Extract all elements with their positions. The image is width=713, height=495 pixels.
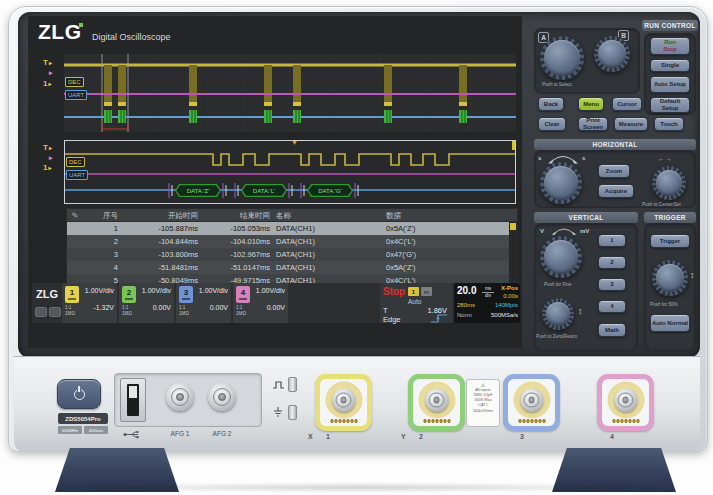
probe-ratio: 1:1	[65, 305, 71, 310]
zoom-position-marker[interactable]: ▼	[291, 139, 298, 146]
menu-button[interactable]: Menu	[578, 97, 604, 111]
cursor-button[interactable]: Cursor	[612, 97, 642, 111]
probe-sense-contacts	[423, 419, 450, 423]
row-marker	[67, 235, 83, 248]
ch3-bnc	[520, 389, 543, 412]
channel-status-2[interactable]: 21:11MΩ1.00V/div0.00V	[119, 283, 175, 323]
table-cell: 1	[83, 222, 121, 235]
table-row[interactable]: 4-51.8481ms-51.0147msDATA(CH1)0x5A('Z')	[67, 261, 517, 274]
dec-chip[interactable]: DEC	[65, 77, 84, 87]
print-screen-button[interactable]: Print Screen	[578, 117, 608, 131]
table-cell: 4	[83, 261, 121, 274]
table-row[interactable]: 2-104.844ms-104.010msDATA(CH1)0x4C('L')	[67, 235, 517, 248]
coupling-icon	[182, 298, 190, 300]
table-row[interactable]: 3-103.800ms-102.967msDATA(CH1)0x47('G')	[67, 248, 517, 261]
memory-depth: 140Mpts	[495, 302, 518, 308]
table-header: ✎ 序号 开始时间 结束时间 名称 数据	[67, 209, 517, 222]
table-cell: -105.053ms	[201, 222, 273, 235]
pen-icon[interactable]	[49, 307, 61, 317]
timebase-value: 20.0	[457, 285, 476, 296]
trigger-marker[interactable]: T▸	[43, 143, 52, 152]
y-axis-label: Y	[401, 433, 406, 440]
ch1-ground-marker[interactable]: 1▸	[43, 163, 51, 172]
channel-badge: 3	[179, 286, 193, 303]
zlg-logo: ZLG	[38, 20, 82, 44]
horizontal-position-knob[interactable]	[652, 166, 686, 200]
acquire-button[interactable]: Acquire	[598, 184, 634, 198]
channel-status-1[interactable]: 11:11MΩ1.00V/div-1.32V	[62, 283, 118, 323]
zoom-button[interactable]: Zoom	[598, 164, 630, 178]
trigger-marker[interactable]: T▸	[43, 58, 52, 67]
hand-icon[interactable]	[35, 307, 47, 317]
horizontal-scale-knob[interactable]	[540, 162, 582, 204]
table-row[interactable]: 1-105.887ms-105.053msDATA(CH1)0x5A('Z')	[67, 222, 517, 235]
trigger-status-block[interactable]: Stop 1 m Auto T 1.86V Edge	[380, 283, 452, 323]
vertical-position-knob[interactable]	[542, 298, 574, 330]
ch4-position-marker[interactable]: ▸	[49, 154, 53, 162]
channel-3-button[interactable]: 3	[598, 278, 626, 291]
single-button[interactable]: Single	[650, 59, 690, 72]
trigger-button[interactable]: Trigger	[650, 234, 690, 248]
default-setup-button[interactable]: Default Setup	[650, 97, 690, 113]
row-marker	[67, 261, 83, 274]
ch1-ground-marker[interactable]: 1▸	[43, 79, 51, 88]
scroll-top-marker[interactable]	[510, 223, 516, 230]
channel-badge: 4	[236, 286, 250, 303]
coupling-icon	[68, 298, 76, 300]
channel-1-button[interactable]: 1	[598, 234, 626, 247]
xpos-value: 0.00s	[503, 293, 518, 299]
input-impedance: 1MΩ	[65, 311, 75, 316]
probe-ratio: 1:1	[179, 305, 185, 310]
ch4-position-marker[interactable]: ▸	[49, 69, 53, 77]
edit-icon[interactable]: ✎	[67, 209, 83, 222]
channel-4-input	[597, 374, 654, 431]
ch1-label: 1	[326, 433, 330, 440]
trigger-level-knob[interactable]	[652, 260, 688, 296]
auto-setup-button[interactable]: Auto Setup	[650, 76, 690, 93]
window-right-marker	[512, 141, 515, 150]
trigger-title: TRIGGER	[644, 212, 696, 223]
math-button[interactable]: Math	[598, 323, 626, 337]
sample-rate: 500MSa/s	[491, 312, 518, 318]
multipurpose-knob-a[interactable]	[540, 36, 584, 80]
zoom-waveform-window[interactable]: ▼ DEC UART DATA:'Z' DATA:'L' DATA:'G'	[64, 140, 516, 204]
push-for-fine-label: Push for Fine	[544, 282, 571, 287]
dec-chip[interactable]: DEC	[66, 157, 85, 167]
zlg-logo-small: ZLG	[36, 288, 58, 300]
status-bar: ZLG 11:11MΩ1.00V/div-1.32V21:11MΩ1.00V/d…	[32, 283, 520, 323]
afg2-connector	[208, 383, 236, 411]
channel-offset: -1.32V	[93, 304, 114, 311]
uart-chip[interactable]: UART	[66, 170, 88, 180]
overview-waveform[interactable]: DEC UART	[64, 54, 516, 132]
ch4-bnc	[614, 389, 637, 412]
channel-2-button[interactable]: 2	[598, 256, 626, 269]
touch-button[interactable]: Touch	[654, 117, 684, 131]
table-cell: -51.8481ms	[121, 261, 201, 274]
clear-button[interactable]: Clear	[538, 117, 566, 131]
vertical-title: VERTICAL	[534, 212, 638, 223]
channel-4-button[interactable]: 4	[598, 300, 626, 313]
channel-status-3[interactable]: 31:11MΩ1.00V/div0.00V	[176, 283, 232, 323]
multipurpose-knob-b[interactable]	[594, 36, 630, 72]
table-cell: 3	[83, 248, 121, 261]
table-cell: 0x4C('L')	[383, 235, 517, 248]
run-stop-button[interactable]: RunStop	[650, 37, 690, 55]
afg2-label: AFG 2	[206, 430, 238, 437]
table-cell: DATA(CH1)	[273, 222, 383, 235]
table-cell: -104.010ms	[201, 235, 273, 248]
table-cell: DATA(CH1)	[273, 235, 383, 248]
measure-button[interactable]: Measure	[614, 117, 648, 131]
channel-scale: 1.00V/div	[256, 287, 285, 294]
channel-status-4[interactable]: 41:11MΩ1.00V/div0.00V	[233, 283, 289, 323]
updown-arrow-icon: ↕	[690, 270, 695, 280]
display-screen[interactable]: ZLG Digital Oscilloscope	[28, 16, 522, 348]
power-button[interactable]	[57, 379, 101, 409]
power-icon	[74, 389, 85, 400]
uart-chip[interactable]: UART	[65, 90, 87, 100]
vertical-scale-knob[interactable]	[540, 236, 582, 278]
square-wave-icon	[272, 380, 285, 390]
front-panel: ZDS5054Pro 500MHz 4GSa/s AFG 1 AFG 2 X 1…	[14, 356, 700, 452]
back-button[interactable]: Back	[538, 97, 564, 111]
timebase-status-block[interactable]: 20.0 ms div X-Pos 0.00s 280ms 140Mpts No…	[454, 283, 520, 323]
auto-normal-button[interactable]: Auto Normal	[650, 314, 690, 332]
